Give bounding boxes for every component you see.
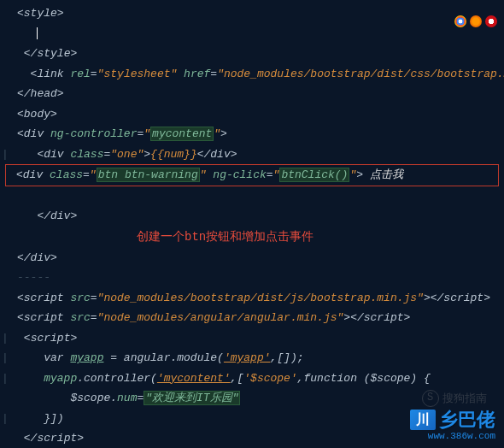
- highlighted-code-line: <div class="btn btn-warning" ng-click="b…: [5, 164, 499, 186]
- sogou-icon: [422, 390, 439, 407]
- code-editor[interactable]: <style> </style> <link rel="stylesheet" …: [0, 0, 504, 448]
- sogou-watermark: 搜狗指南: [422, 390, 487, 407]
- code-line: </div>: [0, 248, 504, 268]
- code-line-cursor: [0, 24, 504, 44]
- code-line: </head>: [0, 84, 504, 104]
- code-line: | var myapp = angular.module('myapp',[])…: [0, 348, 504, 368]
- code-line: | <script>: [0, 328, 504, 349]
- code-line: <link rel="stylesheet" href="node_module…: [0, 64, 504, 85]
- site-watermark: 川 乡巴佬 www.386w.com: [410, 407, 495, 441]
- watermark-url: www.386w.com: [428, 431, 495, 441]
- browser-icons-bar: [454, 15, 497, 27]
- code-line: <script src="node_modules/angular/angula…: [0, 308, 504, 328]
- code-line: | myapp.controller('mycontent',['$scope'…: [0, 368, 504, 389]
- code-line: <script src="node_modules/bootstrap/dist…: [0, 288, 504, 309]
- chrome-icon: [454, 15, 466, 27]
- code-line: <body>: [0, 104, 504, 125]
- code-line: <style>: [0, 3, 504, 24]
- annotation-line: 创建一个btn按钮和增加点击事件: [0, 227, 504, 248]
- code-line-separator: -----: [0, 268, 504, 288]
- text-cursor: [37, 27, 38, 39]
- code-line: </style>: [0, 44, 504, 64]
- annotation-text: 创建一个btn按钮和增加点击事件: [137, 230, 314, 244]
- watermark-logo: 川: [410, 410, 436, 430]
- code-line: <div ng-controller="mycontent">: [0, 124, 504, 144]
- code-line: </div>: [0, 206, 504, 227]
- firefox-icon: [470, 15, 482, 27]
- watermark-text: 乡巴佬: [439, 407, 495, 433]
- opera-icon: [485, 15, 497, 27]
- sogou-text: 搜狗指南: [442, 391, 487, 406]
- code-line: | <div class="one">{{num}}</div>: [0, 144, 504, 165]
- code-line: [0, 186, 504, 207]
